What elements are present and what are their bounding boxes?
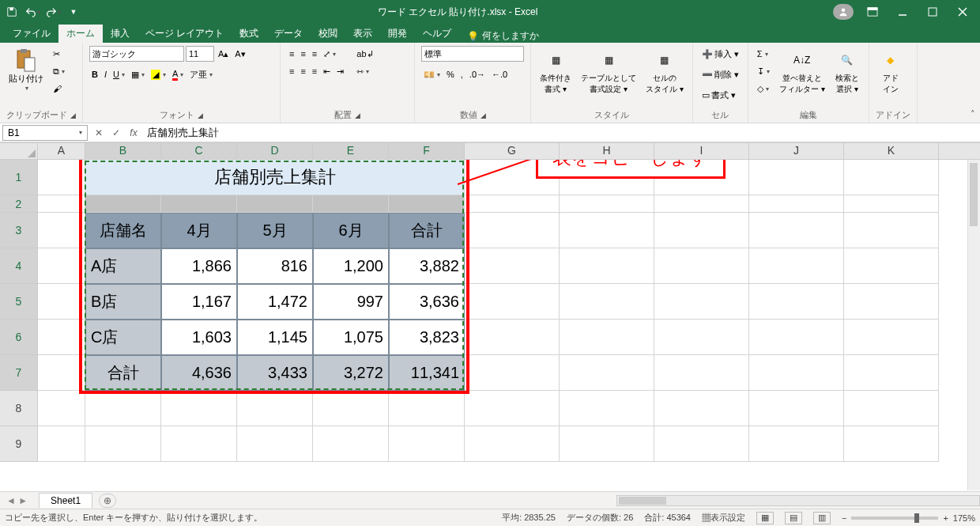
cell-A6[interactable] bbox=[38, 320, 85, 355]
delete-cells-button[interactable]: ➖削除 ▾ bbox=[699, 66, 741, 82]
cell-I9[interactable] bbox=[654, 426, 749, 462]
tab-page-layout[interactable]: ページ レイアウト bbox=[138, 25, 232, 43]
cell-G8[interactable] bbox=[465, 391, 560, 426]
column-header-G[interactable]: G bbox=[465, 143, 560, 159]
tab-insert[interactable]: 挿入 bbox=[103, 25, 138, 43]
status-display[interactable]: ▦表示設定 bbox=[702, 512, 745, 524]
row-header-7[interactable]: 7 bbox=[0, 355, 38, 391]
cell-E9[interactable] bbox=[313, 426, 389, 462]
cell-A7[interactable] bbox=[38, 355, 85, 391]
cell-D6[interactable]: 1,145 bbox=[237, 320, 313, 355]
cell-K9[interactable] bbox=[844, 426, 939, 462]
cell-G5[interactable] bbox=[465, 284, 560, 320]
normal-view-button[interactable]: ▦ bbox=[756, 512, 774, 524]
cell-K8[interactable] bbox=[844, 391, 939, 426]
cell-C6[interactable]: 1,603 bbox=[161, 320, 237, 355]
cell-J3[interactable] bbox=[749, 213, 844, 248]
merge-center-button[interactable]: ⇿▾ bbox=[354, 63, 375, 79]
font-color-button[interactable]: A▾ bbox=[170, 66, 186, 82]
cell-B9[interactable] bbox=[85, 426, 161, 462]
insert-cells-button[interactable]: ➕挿入 ▾ bbox=[699, 46, 741, 62]
column-header-C[interactable]: C bbox=[161, 143, 237, 159]
cell-A1[interactable] bbox=[38, 160, 85, 195]
copy-button[interactable]: ⧉▾ bbox=[51, 63, 67, 79]
cell-K1[interactable] bbox=[844, 160, 939, 195]
cell-A5[interactable] bbox=[38, 284, 85, 320]
tab-help[interactable]: ヘルプ bbox=[415, 25, 459, 43]
minimize-icon[interactable] bbox=[888, 1, 917, 23]
cell-styles-button[interactable]: ▦セルの スタイル ▾ bbox=[643, 46, 686, 96]
cell-A8[interactable] bbox=[38, 391, 85, 426]
new-sheet-button[interactable]: ⊕ bbox=[99, 494, 116, 508]
column-header-K[interactable]: K bbox=[844, 143, 939, 159]
cell-G2[interactable] bbox=[465, 195, 560, 213]
cell-G6[interactable] bbox=[465, 320, 560, 355]
border-button[interactable]: ▦▾ bbox=[129, 66, 147, 82]
cell-J7[interactable] bbox=[749, 355, 844, 391]
cell-C2[interactable] bbox=[161, 195, 237, 213]
vertical-scrollbar[interactable] bbox=[967, 160, 980, 490]
formula-input[interactable] bbox=[142, 124, 980, 142]
cell-K4[interactable] bbox=[844, 248, 939, 284]
paste-button[interactable]: 貼り付け ▾ bbox=[6, 46, 46, 93]
cell-J6[interactable] bbox=[749, 320, 844, 355]
column-header-F[interactable]: F bbox=[389, 143, 465, 159]
cell-F8[interactable] bbox=[389, 391, 465, 426]
row-header-5[interactable]: 5 bbox=[0, 284, 38, 320]
row-header-4[interactable]: 4 bbox=[0, 248, 38, 284]
cell-A2[interactable] bbox=[38, 195, 85, 213]
cell-E6[interactable]: 1,075 bbox=[313, 320, 389, 355]
italic-button[interactable]: I bbox=[102, 66, 109, 82]
zoom-level[interactable]: 175% bbox=[953, 513, 975, 523]
cell-J9[interactable] bbox=[749, 426, 844, 462]
cell-A4[interactable] bbox=[38, 248, 85, 284]
format-painter-button[interactable]: 🖌 bbox=[51, 81, 67, 96]
cell-D5[interactable]: 1,472 bbox=[237, 284, 313, 320]
clear-button[interactable]: ◇▾ bbox=[755, 81, 772, 96]
column-header-D[interactable]: D bbox=[237, 143, 313, 159]
cut-button[interactable]: ✂ bbox=[51, 46, 67, 62]
cell-H6[interactable] bbox=[560, 320, 654, 355]
cell-B4[interactable]: A店 bbox=[85, 248, 161, 284]
cell-E3[interactable]: 6月 bbox=[313, 213, 389, 248]
cell-K7[interactable] bbox=[844, 355, 939, 391]
row-header-3[interactable]: 3 bbox=[0, 213, 38, 248]
percent-button[interactable]: % bbox=[444, 66, 457, 82]
account-icon[interactable] bbox=[833, 4, 854, 20]
column-header-E[interactable]: E bbox=[313, 143, 389, 159]
cell-G3[interactable] bbox=[465, 213, 560, 248]
cell-C9[interactable] bbox=[161, 426, 237, 462]
tab-developer[interactable]: 開発 bbox=[380, 25, 415, 43]
cell-D7[interactable]: 3,433 bbox=[237, 355, 313, 391]
increase-font-button[interactable]: A▴ bbox=[216, 46, 231, 62]
cell-I2[interactable] bbox=[654, 195, 749, 213]
close-icon[interactable] bbox=[948, 1, 977, 23]
cell-H7[interactable] bbox=[560, 355, 654, 391]
increase-indent-button[interactable]: ⇥ bbox=[334, 63, 346, 79]
cell-B1[interactable]: 店舗別売上集計 bbox=[85, 160, 465, 195]
cell-E8[interactable] bbox=[313, 391, 389, 426]
cell-E4[interactable]: 1,200 bbox=[313, 248, 389, 284]
cell-C3[interactable]: 4月 bbox=[161, 213, 237, 248]
ribbon-options-icon[interactable] bbox=[858, 1, 887, 23]
cell-G4[interactable] bbox=[465, 248, 560, 284]
tab-view[interactable]: 表示 bbox=[345, 25, 380, 43]
cell-F7[interactable]: 11,341 bbox=[389, 355, 465, 391]
clipboard-dialog-launcher[interactable]: ◢ bbox=[70, 112, 76, 119]
cell-I8[interactable] bbox=[654, 391, 749, 426]
number-dialog-launcher[interactable]: ◢ bbox=[481, 112, 486, 119]
cell-D4[interactable]: 816 bbox=[237, 248, 313, 284]
cell-K2[interactable] bbox=[844, 195, 939, 213]
collapse-ribbon-icon[interactable]: ˄ bbox=[971, 109, 975, 119]
sheet-tab[interactable]: Sheet1 bbox=[39, 493, 92, 508]
tell-me[interactable]: 💡 何をしますか bbox=[459, 29, 547, 43]
phonetic-button[interactable]: ア亜▾ bbox=[187, 66, 215, 82]
select-all-corner[interactable] bbox=[0, 143, 38, 159]
cell-F4[interactable]: 3,882 bbox=[389, 248, 465, 284]
font-name-combo[interactable] bbox=[89, 46, 184, 62]
zoom-out-icon[interactable]: − bbox=[842, 513, 846, 523]
worksheet-grid[interactable]: 1店舗別売上集計23店舗名4月5月6月合計4A店1,8668161,2003,8… bbox=[0, 160, 980, 490]
cell-G7[interactable] bbox=[465, 355, 560, 391]
underline-button[interactable]: U▾ bbox=[111, 66, 127, 82]
decrease-font-button[interactable]: A▾ bbox=[232, 46, 247, 62]
